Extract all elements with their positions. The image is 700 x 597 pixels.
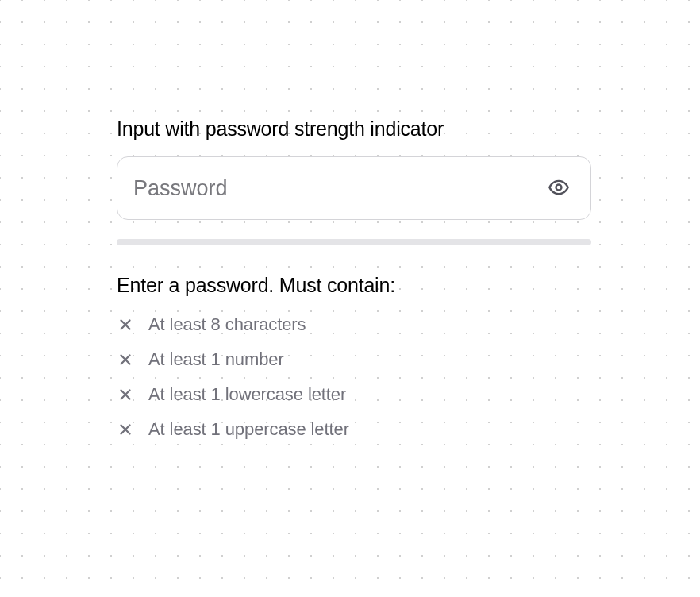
x-icon <box>117 386 134 403</box>
requirements-list: At least 8 characters At least 1 number … <box>117 314 591 440</box>
requirements-heading: Enter a password. Must contain: <box>117 274 591 297</box>
requirement-text: At least 1 lowercase letter <box>148 384 346 405</box>
x-icon <box>117 351 134 368</box>
password-input-wrapper <box>117 156 591 220</box>
requirement-item: At least 8 characters <box>117 314 591 335</box>
x-icon <box>117 316 134 333</box>
svg-point-0 <box>556 184 562 190</box>
password-strength-widget: Input with password strength indicator E… <box>117 117 591 440</box>
requirement-text: At least 1 uppercase letter <box>148 419 349 440</box>
password-input[interactable] <box>133 176 543 201</box>
widget-heading: Input with password strength indicator <box>117 117 591 141</box>
requirement-text: At least 1 number <box>148 349 284 370</box>
requirement-item: At least 1 lowercase letter <box>117 384 591 405</box>
requirement-text: At least 8 characters <box>148 314 306 335</box>
eye-icon <box>548 176 570 201</box>
x-icon <box>117 421 134 438</box>
password-strength-bar <box>117 239 591 245</box>
requirement-item: At least 1 number <box>117 349 591 370</box>
requirement-item: At least 1 uppercase letter <box>117 419 591 440</box>
toggle-password-visibility-button[interactable] <box>543 171 575 206</box>
